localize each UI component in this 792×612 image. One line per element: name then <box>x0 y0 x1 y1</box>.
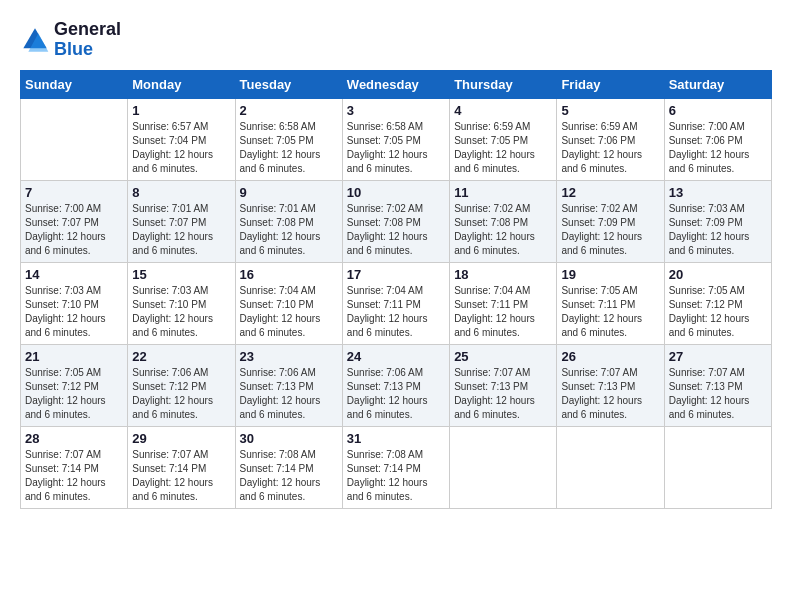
day-number: 9 <box>240 185 338 200</box>
day-number: 31 <box>347 431 445 446</box>
day-info: Sunrise: 6:59 AM Sunset: 7:06 PM Dayligh… <box>561 120 659 176</box>
calendar-cell: 18Sunrise: 7:04 AM Sunset: 7:11 PM Dayli… <box>450 262 557 344</box>
day-header-friday: Friday <box>557 70 664 98</box>
day-number: 29 <box>132 431 230 446</box>
day-info: Sunrise: 7:03 AM Sunset: 7:09 PM Dayligh… <box>669 202 767 258</box>
day-number: 28 <box>25 431 123 446</box>
day-number: 5 <box>561 103 659 118</box>
day-info: Sunrise: 7:03 AM Sunset: 7:10 PM Dayligh… <box>25 284 123 340</box>
calendar-cell: 14Sunrise: 7:03 AM Sunset: 7:10 PM Dayli… <box>21 262 128 344</box>
day-number: 6 <box>669 103 767 118</box>
day-number: 24 <box>347 349 445 364</box>
logo: General Blue <box>20 20 121 60</box>
day-info: Sunrise: 6:57 AM Sunset: 7:04 PM Dayligh… <box>132 120 230 176</box>
logo-icon <box>20 25 50 55</box>
calendar-cell: 31Sunrise: 7:08 AM Sunset: 7:14 PM Dayli… <box>342 426 449 508</box>
day-info: Sunrise: 7:01 AM Sunset: 7:07 PM Dayligh… <box>132 202 230 258</box>
day-info: Sunrise: 7:07 AM Sunset: 7:14 PM Dayligh… <box>25 448 123 504</box>
day-number: 23 <box>240 349 338 364</box>
calendar-cell: 29Sunrise: 7:07 AM Sunset: 7:14 PM Dayli… <box>128 426 235 508</box>
day-number: 3 <box>347 103 445 118</box>
calendar-cell: 27Sunrise: 7:07 AM Sunset: 7:13 PM Dayli… <box>664 344 771 426</box>
week-row-5: 28Sunrise: 7:07 AM Sunset: 7:14 PM Dayli… <box>21 426 772 508</box>
calendar-cell: 3Sunrise: 6:58 AM Sunset: 7:05 PM Daylig… <box>342 98 449 180</box>
day-number: 16 <box>240 267 338 282</box>
week-row-2: 7Sunrise: 7:00 AM Sunset: 7:07 PM Daylig… <box>21 180 772 262</box>
calendar-cell: 4Sunrise: 6:59 AM Sunset: 7:05 PM Daylig… <box>450 98 557 180</box>
calendar-cell: 1Sunrise: 6:57 AM Sunset: 7:04 PM Daylig… <box>128 98 235 180</box>
calendar-cell: 30Sunrise: 7:08 AM Sunset: 7:14 PM Dayli… <box>235 426 342 508</box>
day-number: 20 <box>669 267 767 282</box>
day-info: Sunrise: 7:08 AM Sunset: 7:14 PM Dayligh… <box>347 448 445 504</box>
day-number: 26 <box>561 349 659 364</box>
day-number: 15 <box>132 267 230 282</box>
calendar-cell: 10Sunrise: 7:02 AM Sunset: 7:08 PM Dayli… <box>342 180 449 262</box>
calendar-cell: 16Sunrise: 7:04 AM Sunset: 7:10 PM Dayli… <box>235 262 342 344</box>
day-number: 2 <box>240 103 338 118</box>
day-info: Sunrise: 7:07 AM Sunset: 7:13 PM Dayligh… <box>454 366 552 422</box>
day-header-saturday: Saturday <box>664 70 771 98</box>
day-info: Sunrise: 7:05 AM Sunset: 7:12 PM Dayligh… <box>25 366 123 422</box>
day-header-thursday: Thursday <box>450 70 557 98</box>
calendar-cell: 13Sunrise: 7:03 AM Sunset: 7:09 PM Dayli… <box>664 180 771 262</box>
day-info: Sunrise: 7:02 AM Sunset: 7:08 PM Dayligh… <box>454 202 552 258</box>
calendar-cell: 7Sunrise: 7:00 AM Sunset: 7:07 PM Daylig… <box>21 180 128 262</box>
day-info: Sunrise: 7:01 AM Sunset: 7:08 PM Dayligh… <box>240 202 338 258</box>
logo-text: General Blue <box>54 20 121 60</box>
calendar-cell <box>557 426 664 508</box>
day-info: Sunrise: 7:00 AM Sunset: 7:07 PM Dayligh… <box>25 202 123 258</box>
calendar-cell: 25Sunrise: 7:07 AM Sunset: 7:13 PM Dayli… <box>450 344 557 426</box>
week-row-3: 14Sunrise: 7:03 AM Sunset: 7:10 PM Dayli… <box>21 262 772 344</box>
day-info: Sunrise: 6:59 AM Sunset: 7:05 PM Dayligh… <box>454 120 552 176</box>
day-number: 17 <box>347 267 445 282</box>
calendar-cell: 5Sunrise: 6:59 AM Sunset: 7:06 PM Daylig… <box>557 98 664 180</box>
day-number: 10 <box>347 185 445 200</box>
calendar-cell: 8Sunrise: 7:01 AM Sunset: 7:07 PM Daylig… <box>128 180 235 262</box>
calendar-cell: 2Sunrise: 6:58 AM Sunset: 7:05 PM Daylig… <box>235 98 342 180</box>
calendar-table: SundayMondayTuesdayWednesdayThursdayFrid… <box>20 70 772 509</box>
day-info: Sunrise: 7:06 AM Sunset: 7:12 PM Dayligh… <box>132 366 230 422</box>
day-header-monday: Monday <box>128 70 235 98</box>
calendar-cell <box>21 98 128 180</box>
day-number: 30 <box>240 431 338 446</box>
day-info: Sunrise: 7:02 AM Sunset: 7:09 PM Dayligh… <box>561 202 659 258</box>
week-row-4: 21Sunrise: 7:05 AM Sunset: 7:12 PM Dayli… <box>21 344 772 426</box>
day-info: Sunrise: 7:06 AM Sunset: 7:13 PM Dayligh… <box>240 366 338 422</box>
day-number: 21 <box>25 349 123 364</box>
day-info: Sunrise: 7:04 AM Sunset: 7:10 PM Dayligh… <box>240 284 338 340</box>
header-row: SundayMondayTuesdayWednesdayThursdayFrid… <box>21 70 772 98</box>
calendar-cell: 6Sunrise: 7:00 AM Sunset: 7:06 PM Daylig… <box>664 98 771 180</box>
day-info: Sunrise: 7:04 AM Sunset: 7:11 PM Dayligh… <box>454 284 552 340</box>
day-header-wednesday: Wednesday <box>342 70 449 98</box>
day-info: Sunrise: 7:08 AM Sunset: 7:14 PM Dayligh… <box>240 448 338 504</box>
day-number: 12 <box>561 185 659 200</box>
day-info: Sunrise: 7:03 AM Sunset: 7:10 PM Dayligh… <box>132 284 230 340</box>
calendar-cell: 11Sunrise: 7:02 AM Sunset: 7:08 PM Dayli… <box>450 180 557 262</box>
day-number: 27 <box>669 349 767 364</box>
calendar-cell: 28Sunrise: 7:07 AM Sunset: 7:14 PM Dayli… <box>21 426 128 508</box>
day-number: 19 <box>561 267 659 282</box>
day-info: Sunrise: 6:58 AM Sunset: 7:05 PM Dayligh… <box>240 120 338 176</box>
calendar-cell: 15Sunrise: 7:03 AM Sunset: 7:10 PM Dayli… <box>128 262 235 344</box>
calendar-cell: 21Sunrise: 7:05 AM Sunset: 7:12 PM Dayli… <box>21 344 128 426</box>
day-number: 25 <box>454 349 552 364</box>
day-info: Sunrise: 7:05 AM Sunset: 7:12 PM Dayligh… <box>669 284 767 340</box>
day-number: 7 <box>25 185 123 200</box>
day-info: Sunrise: 6:58 AM Sunset: 7:05 PM Dayligh… <box>347 120 445 176</box>
day-number: 1 <box>132 103 230 118</box>
day-info: Sunrise: 7:00 AM Sunset: 7:06 PM Dayligh… <box>669 120 767 176</box>
calendar-cell: 9Sunrise: 7:01 AM Sunset: 7:08 PM Daylig… <box>235 180 342 262</box>
day-info: Sunrise: 7:04 AM Sunset: 7:11 PM Dayligh… <box>347 284 445 340</box>
day-number: 18 <box>454 267 552 282</box>
day-header-sunday: Sunday <box>21 70 128 98</box>
day-number: 14 <box>25 267 123 282</box>
day-info: Sunrise: 7:05 AM Sunset: 7:11 PM Dayligh… <box>561 284 659 340</box>
day-number: 8 <box>132 185 230 200</box>
week-row-1: 1Sunrise: 6:57 AM Sunset: 7:04 PM Daylig… <box>21 98 772 180</box>
day-number: 4 <box>454 103 552 118</box>
calendar-cell <box>664 426 771 508</box>
calendar-cell: 20Sunrise: 7:05 AM Sunset: 7:12 PM Dayli… <box>664 262 771 344</box>
calendar-cell: 26Sunrise: 7:07 AM Sunset: 7:13 PM Dayli… <box>557 344 664 426</box>
calendar-cell: 12Sunrise: 7:02 AM Sunset: 7:09 PM Dayli… <box>557 180 664 262</box>
calendar-cell: 24Sunrise: 7:06 AM Sunset: 7:13 PM Dayli… <box>342 344 449 426</box>
